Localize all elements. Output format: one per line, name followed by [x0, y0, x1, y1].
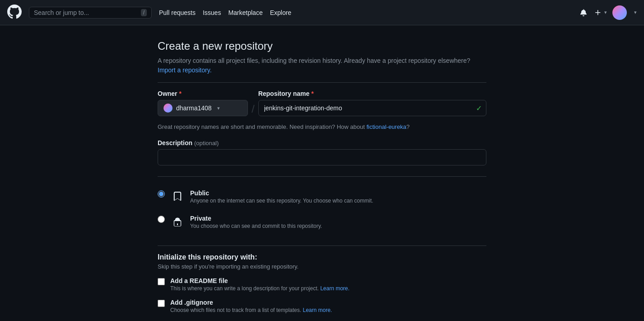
- nav-pull-requests[interactable]: Pull requests: [159, 9, 196, 16]
- owner-repo-slash: /: [252, 103, 255, 116]
- readme-desc: This is where you can write a long descr…: [170, 285, 486, 292]
- nav-explore[interactable]: Explore: [270, 9, 291, 16]
- import-repository-link[interactable]: Import a repository.: [158, 66, 212, 74]
- private-radio[interactable]: [158, 216, 165, 223]
- gitignore-learn-more-link[interactable]: Learn more.: [303, 307, 332, 313]
- name-suggestion-link[interactable]: fictional-eureka: [366, 123, 406, 130]
- private-desc: You choose who can see and commit to thi…: [190, 223, 486, 229]
- readme-checkbox[interactable]: [158, 278, 165, 285]
- repo-name-input[interactable]: [258, 100, 486, 116]
- header-right: ▾ ▾: [578, 5, 637, 20]
- owner-required: *: [179, 90, 182, 97]
- search-bar[interactable]: Search or jump to... /: [29, 7, 152, 19]
- header-divider: [158, 82, 486, 83]
- search-shortcut: /: [141, 9, 147, 16]
- private-option[interactable]: Private You choose who can see and commi…: [158, 209, 486, 235]
- gitignore-desc: Choose which files not to track from a l…: [170, 307, 486, 313]
- repo-name-check-icon: ✓: [476, 104, 482, 113]
- page-description-text: A repository contains all project files,…: [158, 57, 470, 64]
- visibility-divider: [158, 176, 486, 177]
- repo-name-group: Repository name * ✓: [258, 90, 486, 116]
- owner-chevron-icon: ▾: [217, 105, 220, 111]
- initialize-section: Initialize this repository with: Skip th…: [158, 253, 486, 313]
- description-input[interactable]: [158, 149, 486, 165]
- notifications-button[interactable]: [578, 7, 589, 18]
- owner-repo-row: Owner * dharma1408 ▾ / Repository name *…: [158, 90, 486, 116]
- description-group: Description (optional): [158, 139, 486, 165]
- public-icon: [170, 189, 185, 204]
- avatar-chevron-icon: ▾: [634, 9, 637, 15]
- public-radio[interactable]: [158, 190, 165, 198]
- public-content: Public Anyone on the internet can see th…: [190, 189, 486, 204]
- public-title: Public: [190, 189, 486, 197]
- plus-icon: [594, 9, 602, 16]
- private-content: Private You choose who can see and commi…: [190, 215, 486, 229]
- bell-icon: [580, 9, 587, 16]
- gitignore-option: Add .gitignore Choose which files not to…: [158, 299, 486, 313]
- page-description: A repository contains all project files,…: [158, 56, 486, 75]
- page-title: Create a new repository: [158, 40, 486, 52]
- public-option[interactable]: Public Anyone on the internet can see th…: [158, 184, 486, 209]
- private-icon: [170, 215, 185, 229]
- nav-marketplace[interactable]: Marketplace: [228, 9, 262, 16]
- owner-group: Owner * dharma1408 ▾: [158, 90, 248, 116]
- private-title: Private: [190, 215, 486, 222]
- initialize-title: Initialize this repository with:: [158, 253, 486, 261]
- owner-select[interactable]: dharma1408 ▾: [158, 100, 248, 116]
- initialize-subtitle: Skip this step if you're importing an ex…: [158, 263, 486, 270]
- owner-label: Owner *: [158, 90, 248, 97]
- owner-name: dharma1408: [176, 104, 212, 112]
- readme-title: Add a README file: [170, 277, 486, 284]
- plus-chevron-icon: ▾: [604, 9, 607, 15]
- header: Search or jump to... / Pull requests Iss…: [0, 0, 644, 25]
- main-content: Create a new repository A repository con…: [150, 25, 494, 321]
- create-new-dropdown[interactable]: ▾: [594, 9, 607, 16]
- readme-content: Add a README file This is where you can …: [170, 277, 486, 292]
- github-logo[interactable]: [7, 5, 22, 20]
- description-label: Description (optional): [158, 139, 486, 146]
- repo-name-wrapper: ✓: [258, 100, 486, 116]
- repo-name-label: Repository name *: [258, 90, 486, 97]
- visibility-section: Public Anyone on the internet can see th…: [158, 184, 486, 235]
- initialize-divider: [158, 245, 486, 246]
- readme-learn-more-link[interactable]: Learn more.: [320, 285, 350, 292]
- gitignore-title: Add .gitignore: [170, 299, 486, 306]
- gitignore-content: Add .gitignore Choose which files not to…: [170, 299, 486, 313]
- avatar[interactable]: [612, 5, 627, 20]
- main-nav: Pull requests Issues Marketplace Explore: [159, 9, 571, 16]
- public-desc: Anyone on the internet can see this repo…: [190, 198, 486, 204]
- nav-issues[interactable]: Issues: [203, 9, 221, 16]
- owner-avatar: [163, 104, 173, 113]
- name-suggestion: Great repository names are short and mem…: [158, 123, 486, 130]
- readme-option: Add a README file This is where you can …: [158, 277, 486, 292]
- search-placeholder: Search or jump to...: [34, 9, 89, 16]
- repo-required: *: [311, 90, 313, 97]
- gitignore-checkbox[interactable]: [158, 300, 165, 307]
